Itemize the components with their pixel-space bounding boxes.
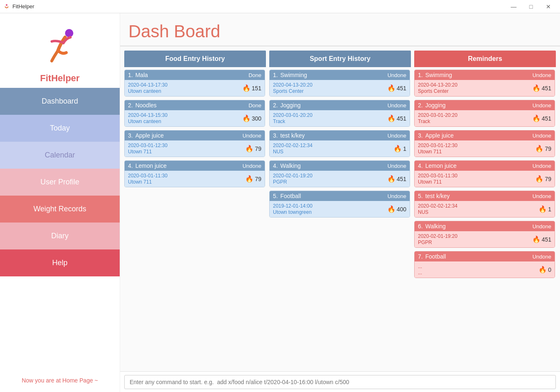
app-icon	[3, 3, 10, 10]
food-column-scroll[interactable]: 1.MalaDone2020-04-13-17:30Utown canteen🔥…	[124, 70, 266, 371]
flame-icon: 🔥	[242, 84, 251, 92]
calorie-value: 79	[545, 176, 551, 182]
calorie-value: 451	[542, 115, 551, 122]
calorie-value: 451	[397, 115, 406, 122]
sidebar-item-calendar[interactable]: Calendar	[0, 142, 120, 169]
titlebar: FitHelper — □ ✕	[0, 0, 560, 13]
flame-icon: 🔥	[245, 175, 253, 183]
reminder-column: Reminders 1.SwimmingUndone2020-04-13-20:…	[414, 51, 556, 371]
list-item[interactable]: 3.Apple juiceUndone2020-03-01-12:30Utown…	[414, 130, 555, 157]
sidebar-item-help[interactable]: Help	[0, 249, 120, 276]
sidebar-item-diary[interactable]: Diary	[0, 223, 120, 249]
sidebar-item-weight-records[interactable]: Weight Records	[0, 196, 120, 223]
flame-icon: 🔥	[245, 145, 253, 152]
main-content: Dash Board Food Entry History 1.MalaDone…	[120, 13, 560, 392]
app-title: FitHelper	[12, 3, 34, 10]
sport-column-header: Sport Entry History	[269, 51, 411, 67]
flame-icon: 🔥	[387, 175, 396, 183]
command-bar	[120, 371, 560, 392]
calorie-value: 79	[545, 145, 551, 152]
calorie-value: 451	[542, 85, 551, 92]
sidebar: FitHelper Dashboard Today Calendar User …	[0, 13, 120, 392]
reminder-column-scroll[interactable]: 1.SwimmingUndone2020-04-13-20:20Sports C…	[414, 70, 556, 371]
titlebar-left: FitHelper	[3, 3, 34, 10]
flame-icon: 🔥	[532, 84, 541, 92]
sport-column-scroll[interactable]: 1.SwimmingUndone2020-04-13-20:20Sports C…	[269, 70, 411, 371]
calorie-value: 400	[397, 206, 406, 213]
food-column: Food Entry History 1.MalaDone2020-04-13-…	[124, 51, 266, 371]
flame-icon: 🔥	[387, 84, 396, 92]
list-item[interactable]: 4.WalkingUndone2020-02-01-19:20PGPR🔥451	[269, 160, 410, 187]
list-item[interactable]: 1.MalaDone2020-04-13-17:30Utown canteen🔥…	[124, 70, 265, 97]
nav-menu: Dashboard Today Calendar User Profile We…	[0, 88, 120, 373]
flame-icon: 🔥	[535, 175, 543, 183]
minimize-button[interactable]: —	[505, 0, 522, 13]
food-column-header: Food Entry History	[124, 51, 266, 67]
app-body: FitHelper Dashboard Today Calendar User …	[0, 13, 560, 392]
flame-icon: 🔥	[387, 205, 396, 213]
list-item[interactable]: 7.FootballUndone......🔥0	[414, 251, 555, 278]
dashboard-area: Food Entry History 1.MalaDone2020-04-13-…	[120, 46, 560, 371]
logo-text: FitHelper	[40, 73, 80, 84]
main-header: Dash Board	[120, 13, 560, 46]
logo-area: FitHelper	[35, 13, 85, 88]
status-text: Now you are at Home Page ~	[13, 373, 106, 392]
flame-icon: 🔥	[538, 205, 547, 213]
calorie-value: 451	[542, 236, 551, 243]
list-item[interactable]: 2.JoggingUndone2020-03-01-20:20Track🔥451	[414, 100, 555, 127]
calorie-value: 451	[397, 176, 406, 182]
list-item[interactable]: 2.NoodlesDone2020-04-13-15:30Utown cante…	[124, 100, 265, 127]
list-item[interactable]: 1.SwimmingUndone2020-04-13-20:20Sports C…	[414, 70, 555, 97]
list-item[interactable]: 1.SwimmingUndone2020-04-13-20:20Sports C…	[269, 70, 410, 97]
svg-point-1	[65, 29, 73, 37]
calorie-value: 1	[548, 206, 551, 213]
list-item[interactable]: 6.WalkingUndone2020-02-01-19:20PGPR🔥451	[414, 221, 555, 248]
flame-icon: 🔥	[393, 145, 402, 152]
calorie-value: 1	[403, 145, 406, 152]
flame-icon: 🔥	[532, 114, 541, 122]
flame-icon: 🔥	[538, 266, 547, 273]
flame-icon: 🔥	[532, 235, 541, 243]
calorie-value: 151	[252, 85, 261, 92]
flame-icon: 🔥	[387, 114, 396, 122]
list-item[interactable]: 5.FootballUndone2019-12-01-14:00Utown to…	[269, 191, 410, 218]
calorie-value: 79	[255, 145, 261, 152]
list-item[interactable]: 4.Lemon juiceUndone2020-03-01-11:30Utown…	[124, 160, 265, 187]
calorie-value: 0	[548, 266, 551, 273]
svg-point-0	[6, 4, 7, 6]
page-title: Dash Board	[128, 22, 552, 41]
calorie-value: 451	[397, 85, 406, 92]
flame-icon: 🔥	[535, 145, 543, 152]
list-item[interactable]: 3.test k/keyUndone2020-02-02-12:34NUS🔥1	[269, 130, 410, 157]
sidebar-item-dashboard[interactable]: Dashboard	[0, 88, 120, 115]
command-input[interactable]	[124, 375, 556, 389]
logo-image	[35, 22, 85, 71]
sidebar-item-user-profile[interactable]: User Profile	[0, 169, 120, 196]
flame-icon: 🔥	[242, 114, 251, 122]
reminder-column-header: Reminders	[414, 51, 556, 67]
sidebar-item-today[interactable]: Today	[0, 115, 120, 142]
calorie-value: 79	[255, 176, 261, 182]
list-item[interactable]: 2.JoggingUndone2020-03-01-20:20Track🔥451	[269, 100, 410, 127]
list-item[interactable]: 3.Apple juiceUndone2020-03-01-12:30Utown…	[124, 130, 265, 157]
close-button[interactable]: ✕	[540, 0, 557, 13]
titlebar-controls: — □ ✕	[505, 0, 557, 13]
list-item[interactable]: 5.test k/keyUndone2020-02-02-12:34NUS🔥1	[414, 191, 555, 218]
maximize-button[interactable]: □	[523, 0, 539, 13]
list-item[interactable]: 4.Lemon juiceUndone2020-03-01-11:30Utown…	[414, 160, 555, 187]
sport-column: Sport Entry History 1.SwimmingUndone2020…	[269, 51, 411, 371]
calorie-value: 300	[252, 115, 261, 122]
